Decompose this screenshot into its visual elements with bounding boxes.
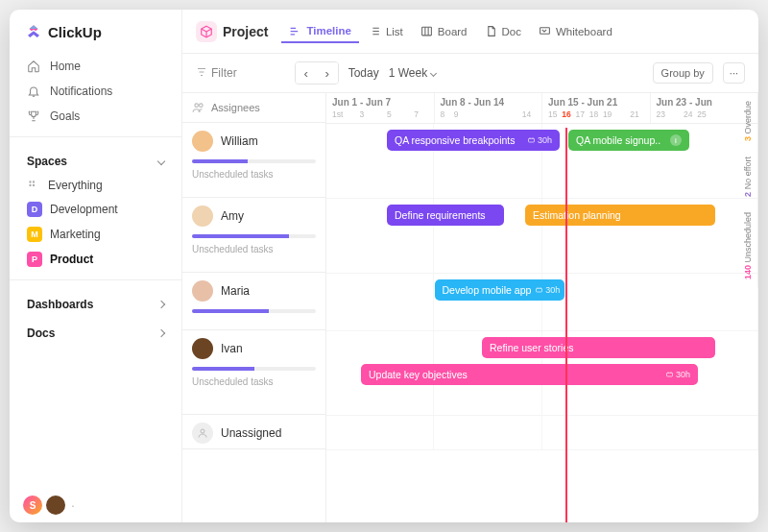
assignee-name: William (221, 134, 258, 148)
day-cell (481, 109, 494, 119)
svg-point-3 (33, 184, 35, 186)
filter-icon (196, 66, 207, 81)
space-product[interactable]: PProduct (10, 247, 181, 272)
workspace-avatar[interactable]: S (23, 496, 42, 515)
day-cell (373, 109, 387, 119)
day-cell: 21 (630, 109, 643, 119)
day-cell: 19 (603, 109, 616, 119)
task-hours: 30h (535, 285, 560, 295)
chevron-right-icon (157, 329, 165, 337)
progress-bar (192, 309, 316, 313)
svg-point-6 (195, 104, 199, 108)
status-badge-unscheduled[interactable]: 140 Unscheduled (741, 205, 758, 287)
unassigned-icon (192, 423, 213, 444)
task-label: Refine user stories (490, 342, 574, 353)
timeline-row: QA responsive breakpoints30hQA mobile si… (326, 124, 758, 199)
day-cell (400, 109, 414, 119)
timeline-row (326, 416, 758, 450)
status-badge-overdue[interactable]: 3 Overdue (741, 93, 758, 149)
chevron-down-icon (157, 157, 165, 165)
assignee-name: Amy (221, 209, 244, 223)
space-development[interactable]: DDevelopment (10, 197, 181, 222)
assignee-row[interactable]: WilliamUnscheduled tasks (182, 123, 325, 198)
clickup-logo-icon (25, 23, 42, 40)
bell-icon (27, 85, 40, 98)
assignee-name: Unassigned (221, 426, 281, 440)
avatar (192, 131, 213, 152)
day-cell: 8 (441, 109, 454, 119)
day-cell: 3 (359, 109, 372, 119)
task-bar[interactable]: QA mobile signup..i (568, 130, 689, 151)
nav-notifications[interactable]: Notifications (10, 79, 181, 104)
people-icon (192, 101, 205, 114)
nav-home[interactable]: Home (10, 54, 181, 79)
day-cell (468, 109, 481, 119)
assignee-name: Maria (221, 284, 250, 298)
view-tab-list[interactable]: List (361, 19, 411, 43)
next-button[interactable]: › (317, 62, 338, 84)
docs-header[interactable]: Docs (10, 317, 181, 346)
week-header: Jun 15 - Jun 21151617181921 (542, 93, 651, 123)
week-header: Jun 8 - Jun 148914 (435, 93, 543, 123)
board-icon (420, 25, 433, 37)
assignee-row[interactable]: IvanUnscheduled tasks (182, 330, 325, 415)
today-indicator (565, 128, 567, 522)
view-tab-doc[interactable]: Doc (477, 19, 529, 43)
space-badge: M (27, 227, 42, 242)
prev-button[interactable]: ‹ (296, 62, 317, 84)
assignee-row[interactable]: Maria (182, 273, 325, 330)
progress-bar (192, 367, 316, 371)
view-tab-board[interactable]: Board (413, 19, 475, 43)
svg-rect-11 (666, 373, 672, 376)
progress-bar (192, 234, 316, 238)
space-badge: P (27, 252, 42, 267)
task-bar[interactable]: Refine user stories (482, 337, 715, 358)
timeline-grid[interactable]: Jun 1 - Jun 71st357Jun 8 - Jun 148914Jun… (326, 93, 758, 522)
brand-logo[interactable]: ClickUp (10, 23, 181, 54)
day-cell: 15 (548, 109, 562, 119)
space-everything[interactable]: Everything (10, 174, 181, 197)
more-button[interactable]: ··· (723, 62, 745, 84)
chevron-right-icon (157, 301, 165, 308)
sidebar-more-icon[interactable]: · (69, 497, 75, 513)
info-icon: i (670, 134, 682, 146)
day-cell: 9 (454, 109, 468, 119)
view-tab-timeline[interactable]: Timeline (281, 19, 358, 43)
topbar: Project TimelineListBoardDocWhiteboard (182, 10, 758, 54)
assignees-header[interactable]: Assignees (182, 93, 325, 123)
range-dropdown[interactable]: 1 Week (389, 66, 436, 80)
svg-point-7 (200, 104, 204, 108)
brand-name: ClickUp (48, 24, 102, 40)
assignee-row[interactable]: AmyUnscheduled tasks (182, 198, 325, 273)
task-bar[interactable]: Estimation planning (525, 205, 715, 226)
dashboards-header[interactable]: Dashboards (10, 288, 181, 317)
assignees-column: Assignees WilliamUnscheduled tasksAmyUns… (182, 93, 326, 522)
toolbar: Filter ‹ › Today 1 Week Group by ··· (182, 54, 758, 93)
day-cell (710, 109, 724, 119)
today-button[interactable]: Today (348, 66, 379, 80)
task-bar[interactable]: Update key objectives30h (361, 364, 698, 385)
spaces-header[interactable]: Spaces (10, 145, 181, 174)
task-bar[interactable]: Develop mobile app30h (435, 279, 564, 301)
task-bar[interactable]: QA responsive breakpoints30h (387, 130, 560, 151)
home-icon (27, 60, 40, 73)
task-bar[interactable]: Define requirements (387, 205, 504, 226)
groupby-button[interactable]: Group by (653, 62, 713, 84)
task-label: QA mobile signup.. (576, 134, 660, 146)
avatar (192, 338, 213, 359)
task-hours: 30h (527, 135, 552, 145)
task-label: Define requirements (395, 209, 486, 221)
timeline-content: Assignees WilliamUnscheduled tasksAmyUns… (182, 93, 758, 522)
filter-button[interactable]: Filter (196, 66, 237, 81)
user-avatar[interactable] (46, 496, 65, 515)
view-tab-whiteboard[interactable]: Whiteboard (531, 19, 620, 43)
grid-icon (27, 179, 40, 192)
status-badge-no-effort[interactable]: 2 No effort (741, 149, 758, 205)
day-cell (725, 109, 738, 119)
doc-icon (485, 25, 497, 37)
svg-rect-4 (421, 27, 431, 36)
assignee-row[interactable]: Unassigned (182, 415, 325, 449)
trophy-icon (27, 109, 40, 123)
nav-goals[interactable]: Goals (10, 104, 181, 129)
space-marketing[interactable]: MMarketing (10, 222, 181, 247)
